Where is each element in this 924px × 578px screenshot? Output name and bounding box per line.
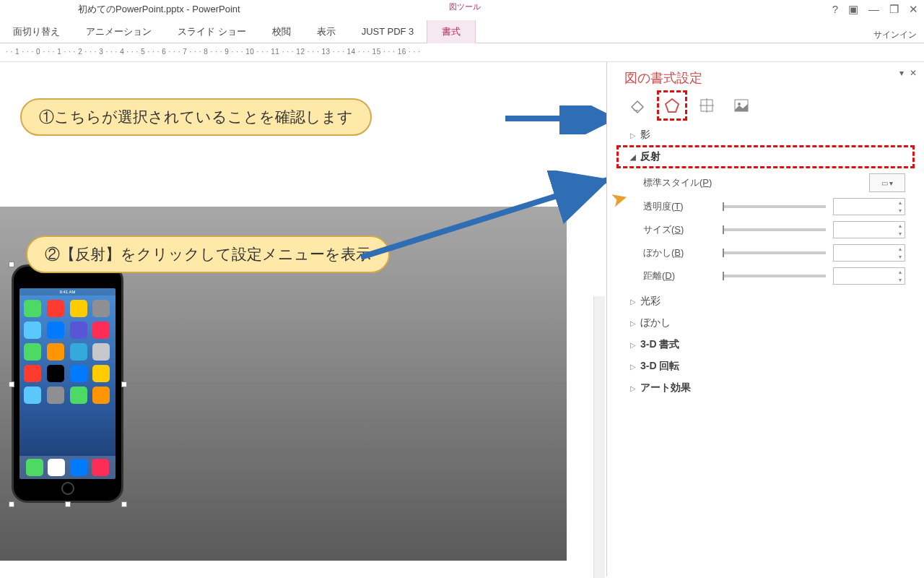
app-icon xyxy=(47,365,64,382)
selection-handle[interactable] xyxy=(9,262,14,267)
svg-point-7 xyxy=(738,103,741,105)
app-icon xyxy=(70,343,87,361)
callout-1: ①こちらが選択されていることを確認します xyxy=(20,98,372,136)
section-softedges[interactable]: ▷ぼかし xyxy=(617,312,914,334)
section-3d-rotation[interactable]: ▷3-D 回転 xyxy=(617,355,914,377)
phone-home-button xyxy=(61,482,74,495)
size-input[interactable] xyxy=(833,221,905,238)
help-icon[interactable]: ? xyxy=(832,3,838,16)
ribbon-options-icon[interactable]: ▣ xyxy=(848,3,858,16)
selection-handle[interactable] xyxy=(65,501,71,507)
contextual-tool-label: 図ツール xyxy=(440,0,489,14)
app-icon xyxy=(92,365,110,382)
pane-menu-icon[interactable]: ▾ xyxy=(899,68,904,78)
reflection-blur-row: ぼかし(B) xyxy=(643,244,905,262)
tab-slideshow[interactable]: スライド ショー xyxy=(165,20,259,44)
tab-transitions[interactable]: 面切り替え xyxy=(0,20,73,44)
dock-icon xyxy=(48,459,65,476)
transparency-input[interactable] xyxy=(833,198,905,215)
app-icon xyxy=(92,322,110,339)
selection-handle[interactable] xyxy=(9,501,14,507)
reflection-preset-row: 標準スタイル(P) ▭ ▾ xyxy=(643,173,905,192)
distance-label: 距離(D) xyxy=(643,269,715,282)
selection-handle[interactable] xyxy=(121,501,127,507)
dock-icon xyxy=(92,459,109,476)
app-icon xyxy=(24,365,41,382)
size-slider[interactable] xyxy=(723,228,826,231)
pane-category-icons xyxy=(617,95,914,116)
distance-slider[interactable] xyxy=(723,275,826,277)
app-icon xyxy=(47,300,64,317)
main-area: ⟳ 9:41 AM ①こちらが選択されていることを確認します ②【反射】をクリッ… xyxy=(0,62,924,577)
tab-animations[interactable]: アニメーション xyxy=(73,20,165,44)
dock-icon xyxy=(26,459,43,476)
vertical-scrollbar[interactable] xyxy=(593,296,605,578)
preset-label: 標準スタイル(P) xyxy=(643,176,715,189)
app-icon xyxy=(24,387,41,404)
section-3d-format[interactable]: ▷3-D 書式 xyxy=(617,334,914,355)
phone-image[interactable]: 9:41 AM xyxy=(12,264,123,503)
effects-icon[interactable] xyxy=(662,95,682,116)
section-shadow[interactable]: ▷影 xyxy=(617,124,914,146)
blur-input[interactable] xyxy=(833,244,905,262)
section-artistic[interactable]: ▷アート効果 xyxy=(617,377,914,399)
blur-slider[interactable] xyxy=(723,251,826,254)
app-icon xyxy=(47,343,64,361)
format-picture-pane: ▾ ✕ 図の書式設定 ▷影 ◢反射 標準スタイル(P) xyxy=(606,62,924,577)
app-icon xyxy=(70,300,87,317)
size-properties-icon[interactable] xyxy=(697,95,717,116)
reflection-transparency-row: 透明度(T) xyxy=(643,198,905,215)
phone-app-grid xyxy=(19,296,116,408)
app-icon xyxy=(47,322,64,339)
svg-line-1 xyxy=(361,179,606,257)
tab-review[interactable]: 校閲 xyxy=(259,20,304,44)
app-icon xyxy=(92,343,110,361)
arrow-1 xyxy=(505,105,606,134)
picture-icon[interactable] xyxy=(731,95,751,116)
dock-icon xyxy=(70,459,87,476)
ribbon-tabs: 面切り替え アニメーション スライド ショー 校閲 表示 JUST PDF 3 … xyxy=(0,20,924,43)
section-glow[interactable]: ▷光彩 xyxy=(617,290,914,312)
app-icon xyxy=(24,322,41,339)
callout-2: ②【反射】をクリックして設定メニューを表示 xyxy=(26,236,390,273)
app-icon xyxy=(70,365,87,382)
reflection-distance-row: 距離(D) xyxy=(643,267,905,285)
phone-status-bar: 9:41 AM xyxy=(19,288,116,296)
section-reflection[interactable]: ◢反射 xyxy=(617,146,914,168)
reflection-size-row: サイズ(S) xyxy=(643,221,905,238)
fill-line-icon[interactable] xyxy=(627,95,648,116)
app-icon xyxy=(70,322,87,339)
tab-view[interactable]: 表示 xyxy=(304,20,349,44)
transparency-slider[interactable] xyxy=(723,205,826,208)
document-title: 初めてのPowerPoint.pptx - PowerPoint xyxy=(78,3,240,16)
app-icon xyxy=(24,343,41,361)
app-icon xyxy=(24,300,41,317)
close-icon[interactable]: ✕ xyxy=(909,3,918,16)
phone-screen: 9:41 AM xyxy=(19,288,116,479)
restore-icon[interactable]: ❐ xyxy=(889,3,899,16)
tab-format[interactable]: 書式 xyxy=(427,20,476,43)
preset-dropdown[interactable]: ▭ ▾ xyxy=(869,173,905,192)
horizontal-ruler: · · 1 · · · 0 · · · 1 · · · 2 · · · 3 · … xyxy=(0,48,924,62)
app-icon xyxy=(70,387,87,404)
pane-controls: ▾ ✕ xyxy=(899,68,917,78)
pane-title: 図の書式設定 xyxy=(617,69,914,87)
transparency-label: 透明度(T) xyxy=(643,200,715,213)
signin-link[interactable]: サインイン xyxy=(873,29,917,41)
title-bar: 初めてのPowerPoint.pptx - PowerPoint 図ツール ? … xyxy=(0,0,924,20)
app-icon xyxy=(47,387,64,404)
pane-close-icon[interactable]: ✕ xyxy=(910,68,917,78)
app-icon xyxy=(92,387,110,404)
selection-handle[interactable] xyxy=(9,381,14,387)
phone-dock xyxy=(19,456,116,479)
app-icon xyxy=(92,300,110,317)
selection-handle[interactable] xyxy=(121,381,127,387)
tab-justpdf[interactable]: JUST PDF 3 xyxy=(349,20,427,43)
reflection-options: 標準スタイル(P) ▭ ▾ 透明度(T) サイズ(S) ぼかし(B) 距離(D) xyxy=(617,173,914,285)
svg-marker-2 xyxy=(666,99,679,112)
minimize-icon[interactable]: — xyxy=(868,3,879,16)
arrow-2 xyxy=(361,171,606,272)
slide-canvas[interactable]: ⟳ 9:41 AM ①こちらが選択されていることを確認します ②【反射】をクリッ… xyxy=(0,62,606,577)
window-controls: ? ▣ — ❐ ✕ xyxy=(832,3,918,16)
distance-input[interactable] xyxy=(833,267,905,285)
